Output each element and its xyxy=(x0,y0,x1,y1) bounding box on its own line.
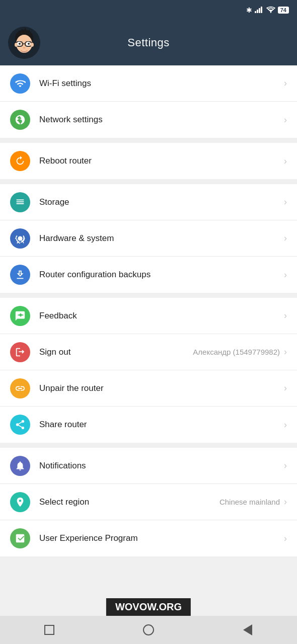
select-region-item[interactable]: Select region Chinese mainland › xyxy=(0,484,297,520)
reboot-chevron: › xyxy=(284,156,287,167)
header: Settings xyxy=(0,20,297,65)
battery-indicator: 74 xyxy=(278,7,289,14)
svg-rect-3 xyxy=(261,7,262,13)
status-bar: ✱ 74 xyxy=(0,0,297,20)
avatar xyxy=(8,27,40,59)
reboot-router-item[interactable]: Reboot router › xyxy=(0,143,297,179)
svg-rect-1 xyxy=(257,10,258,13)
notifications-label: Notifications xyxy=(39,461,284,471)
notifications-chevron: › xyxy=(284,460,287,471)
select-region-value: Chinese mainland xyxy=(219,498,280,506)
feedback-icon xyxy=(10,306,30,326)
svg-rect-0 xyxy=(255,11,256,13)
user-experience-label: User Experience Program xyxy=(39,533,284,543)
wifi-settings-label: Wi-Fi settings xyxy=(39,78,284,89)
settings-group-5: Notifications › Select region Chinese ma… xyxy=(0,448,297,556)
nav-circle-icon xyxy=(143,624,154,635)
unpair-router-label: Unpair the router xyxy=(39,383,284,393)
svg-point-18 xyxy=(23,47,26,49)
wifi-settings-item[interactable]: Wi-Fi settings › xyxy=(0,65,297,102)
user-experience-chevron: › xyxy=(284,533,287,544)
signout-chevron: › xyxy=(284,347,287,357)
unpair-icon xyxy=(10,378,30,398)
svg-point-16 xyxy=(19,43,21,45)
storage-label: Storage xyxy=(39,197,284,207)
settings-group-1: Wi-Fi settings › Network settings › xyxy=(0,65,297,138)
router-config-label: Router configuration backups xyxy=(39,270,284,280)
backup-chevron: › xyxy=(284,270,287,280)
svg-point-4 xyxy=(270,12,271,13)
reboot-icon xyxy=(10,151,30,171)
notifications-item[interactable]: Notifications › xyxy=(0,448,297,484)
router-config-item[interactable]: Router configuration backups › xyxy=(0,257,297,293)
signal-icon xyxy=(255,6,264,15)
nav-back-button[interactable] xyxy=(239,621,257,639)
hardware-icon xyxy=(10,228,30,249)
region-icon xyxy=(10,492,30,512)
svg-rect-2 xyxy=(259,8,260,13)
settings-group-2: Reboot router › xyxy=(0,143,297,179)
bluetooth-icon: ✱ xyxy=(246,6,252,14)
user-experience-item[interactable]: User Experience Program › xyxy=(0,520,297,556)
chart-icon xyxy=(10,528,30,548)
share-chevron: › xyxy=(284,420,287,430)
signout-icon xyxy=(10,342,30,362)
wifi-icon xyxy=(10,73,30,94)
nav-square-button[interactable] xyxy=(40,621,58,639)
hardware-system-label: Hardware & system xyxy=(39,233,284,244)
hardware-system-item[interactable]: Hardware & system › xyxy=(0,220,297,257)
watermark: WOVOW.ORG xyxy=(106,598,191,616)
storage-chevron: › xyxy=(284,197,287,207)
nav-square-icon xyxy=(44,625,54,635)
svg-point-19 xyxy=(15,43,18,47)
backup-icon xyxy=(10,265,30,285)
settings-group-3: Storage › Hardware & system › Router con… xyxy=(0,184,297,293)
feedback-item[interactable]: Feedback › xyxy=(0,298,297,334)
share-icon xyxy=(10,415,30,435)
select-region-label: Select region xyxy=(39,497,219,507)
share-router-item[interactable]: Share router › xyxy=(0,407,297,443)
wifi-chevron: › xyxy=(284,78,287,89)
unpair-chevron: › xyxy=(284,383,287,393)
hardware-chevron: › xyxy=(284,233,287,244)
nav-bar xyxy=(0,616,297,644)
reboot-router-label: Reboot router xyxy=(39,156,284,166)
globe-icon xyxy=(10,110,30,130)
network-settings-item[interactable]: Network settings › xyxy=(0,102,297,138)
bell-icon xyxy=(10,456,30,476)
network-settings-label: Network settings xyxy=(39,115,284,125)
network-chevron: › xyxy=(284,115,287,125)
region-chevron: › xyxy=(284,497,287,507)
storage-icon xyxy=(10,192,30,212)
status-icons: ✱ 74 xyxy=(246,6,289,15)
svg-point-20 xyxy=(31,43,34,47)
sign-out-label: Sign out xyxy=(39,347,193,357)
settings-list: Wi-Fi settings › Network settings › Rebo… xyxy=(0,65,297,622)
wifi-status-icon xyxy=(266,6,275,15)
share-router-label: Share router xyxy=(39,420,284,430)
settings-group-4: Feedback › Sign out Александр (154977998… xyxy=(0,298,297,443)
feedback-label: Feedback xyxy=(39,311,284,321)
nav-triangle-icon xyxy=(243,624,252,635)
unpair-router-item[interactable]: Unpair the router › xyxy=(0,370,297,407)
feedback-chevron: › xyxy=(284,310,287,321)
sign-out-item[interactable]: Sign out Александр (1549779982) › xyxy=(0,334,297,370)
svg-point-17 xyxy=(28,43,30,45)
storage-item[interactable]: Storage › xyxy=(0,184,297,220)
page-title: Settings xyxy=(127,36,170,49)
sign-out-value: Александр (1549779982) xyxy=(193,348,280,356)
nav-home-button[interactable] xyxy=(139,621,158,639)
